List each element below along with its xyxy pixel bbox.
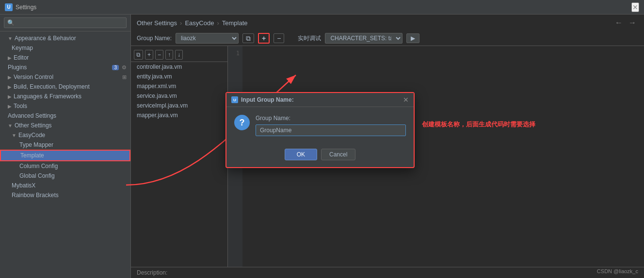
file-item[interactable]: mapper.java.vm [131, 110, 227, 120]
sidebar-item-label: Other Settings [15, 122, 52, 129]
nav-buttons: ← → [613, 18, 638, 27]
file-item[interactable]: serviceImpl.java.vm [131, 101, 227, 110]
window-title: Settings [16, 4, 36, 11]
sidebar-item-label: Advanced Settings [8, 112, 56, 119]
title-bar: U Settings ✕ [0, 0, 644, 15]
dialog-close-button[interactable]: ✕ [403, 96, 409, 104]
sidebar-item-template[interactable]: Template [0, 150, 130, 161]
expand-arrow: ▶ [8, 104, 12, 109]
file-add-button[interactable]: + [145, 50, 153, 60]
version-control-icon: ⊞ [122, 74, 127, 80]
file-remove-button[interactable]: − [155, 50, 163, 60]
sidebar-item-easycode[interactable]: ▼ EasyCode [0, 130, 130, 140]
window-close-button[interactable]: ✕ [631, 2, 639, 12]
file-copy-button[interactable]: ⧉ [134, 50, 143, 60]
sidebar-item-editor[interactable]: ▶ Editor [0, 53, 130, 62]
copy-group-button[interactable]: ⧉ [242, 33, 254, 43]
sidebar-item-plugins[interactable]: Plugins 3 ⚙ [0, 62, 130, 72]
file-down-button[interactable]: ↓ [175, 50, 183, 60]
sidebar-item-tools[interactable]: ▶ Tools [0, 101, 130, 111]
sidebar-item-build[interactable]: ▶ Build, Execution, Deployment [0, 82, 130, 92]
file-item[interactable]: mapper.xml.vm [131, 81, 227, 91]
dialog-question-icon: ? [234, 115, 250, 130]
file-tree: ⧉ + − ↑ ↓ controller.java.vm entity.java… [131, 46, 228, 267]
expand-arrow: ▶ [8, 94, 12, 99]
breadcrumb-part-2: EasyCode [185, 19, 214, 27]
sidebar-item-rainbow-brackets[interactable]: Rainbow Brackets [0, 190, 130, 200]
nav-back-button[interactable]: ← [613, 18, 625, 27]
expand-arrow: ▼ [12, 133, 16, 138]
file-item[interactable]: entity.java.vm [131, 72, 227, 81]
app-icon: U [5, 3, 13, 11]
sidebar-item-column-config[interactable]: Column Config [0, 161, 130, 171]
file-toolbar: ⧉ + − ↑ ↓ [131, 48, 227, 62]
line-number: 1 [231, 50, 240, 57]
description-label: Description: [137, 269, 167, 276]
sidebar-item-label: Build, Execution, Deployment [14, 83, 90, 90]
dialog-cancel-button[interactable]: Cancel [321, 149, 355, 160]
breadcrumb-part-1: Other Settings [137, 19, 177, 27]
search-box [0, 15, 130, 31]
breadcrumb-sep-2: › [217, 19, 219, 27]
nav-forward-button[interactable]: → [627, 18, 638, 27]
input-group-name-dialog: U Input Group Name: ✕ ? Group Name: OK C… [225, 92, 415, 168]
dialog-title: Input Group Name: [241, 96, 294, 103]
add-group-button[interactable]: + [258, 33, 270, 44]
group-name-label: Group Name: [137, 35, 172, 42]
run-button[interactable]: ▶ [406, 33, 419, 43]
group-name-input[interactable] [256, 124, 406, 136]
breadcrumb: Other Settings › EasyCode › Template ← → [131, 15, 644, 31]
sidebar-item-label: EasyCode [18, 132, 45, 139]
sidebar-item-keymap[interactable]: Keymap [0, 43, 130, 53]
sidebar-item-label: Appearance & Behavior [15, 35, 76, 42]
sidebar-item-label: Keymap [12, 45, 33, 51]
sidebar-item-advanced-settings[interactable]: Advanced Settings [0, 111, 130, 121]
dialog-field-label: Group Name: [256, 115, 406, 122]
sidebar-item-type-mapper[interactable]: Type Mapper [0, 140, 130, 150]
toolbar: Group Name: liaozk ⧉ + − 实时调试 CHARACTER_… [131, 31, 644, 46]
sidebar-item-label: Type Mapper [19, 141, 53, 148]
dialog-content: Group Name: [256, 115, 406, 136]
description-area: Description: [131, 267, 644, 278]
realtime-select[interactable]: CHARACTER_SETS: table [325, 33, 402, 44]
dialog-icon: U [231, 96, 238, 103]
sidebar-item-other-settings[interactable]: ▼ Other Settings [0, 121, 130, 130]
group-name-select[interactable]: liaozk [176, 33, 239, 44]
sidebar-item-label: Languages & Frameworks [14, 93, 81, 100]
sidebar-item-label: Version Control [14, 74, 53, 80]
sidebar-tree: ▼ Appearance & Behavior Keymap ▶ Editor … [0, 31, 130, 202]
file-item[interactable]: service.java.vm [131, 91, 227, 101]
sidebar-item-label: Global Config [19, 172, 55, 179]
sidebar-item-mybatisx[interactable]: MybatisX [0, 181, 130, 190]
search-input[interactable] [4, 17, 127, 28]
sidebar-item-label: Plugins [8, 64, 27, 71]
file-item[interactable]: controller.java.vm [131, 62, 227, 72]
remove-group-button[interactable]: − [274, 33, 284, 43]
sidebar-item-label: MybatisX [12, 182, 35, 189]
expand-arrow: ▼ [8, 36, 13, 41]
file-up-button[interactable]: ↑ [165, 50, 173, 60]
plugins-badge: 3 [112, 65, 119, 70]
expand-arrow: ▶ [8, 75, 12, 80]
sidebar-item-label: Tools [14, 103, 27, 109]
sidebar-item-label: Rainbow Brackets [12, 192, 59, 199]
plugins-settings-icon[interactable]: ⚙ [122, 64, 127, 71]
expand-arrow: ▼ [8, 123, 13, 128]
breadcrumb-sep-1: › [180, 19, 182, 27]
sidebar-item-version-control[interactable]: ▶ Version Control ⊞ [0, 72, 130, 82]
sidebar-item-global-config[interactable]: Global Config [0, 171, 130, 181]
sidebar-item-languages[interactable]: ▶ Languages & Frameworks [0, 92, 130, 101]
dialog-ok-button[interactable]: OK [285, 149, 317, 160]
breadcrumb-part-3: Template [222, 19, 248, 27]
expand-arrow: ▶ [8, 84, 12, 90]
sidebar-item-label: Editor [14, 54, 29, 61]
realtime-label: 实时调试 [298, 34, 321, 43]
sidebar-item-label: Template [20, 152, 44, 159]
dialog-title-bar: U Input Group Name: ✕ [226, 93, 414, 107]
sidebar: ▼ Appearance & Behavior Keymap ▶ Editor … [0, 15, 131, 278]
dialog-buttons: OK Cancel [226, 144, 414, 167]
expand-arrow: ▶ [8, 55, 12, 61]
dialog-body: ? Group Name: [226, 107, 414, 144]
sidebar-item-appearance[interactable]: ▼ Appearance & Behavior [0, 33, 130, 43]
sidebar-item-label: Column Config [19, 163, 58, 170]
